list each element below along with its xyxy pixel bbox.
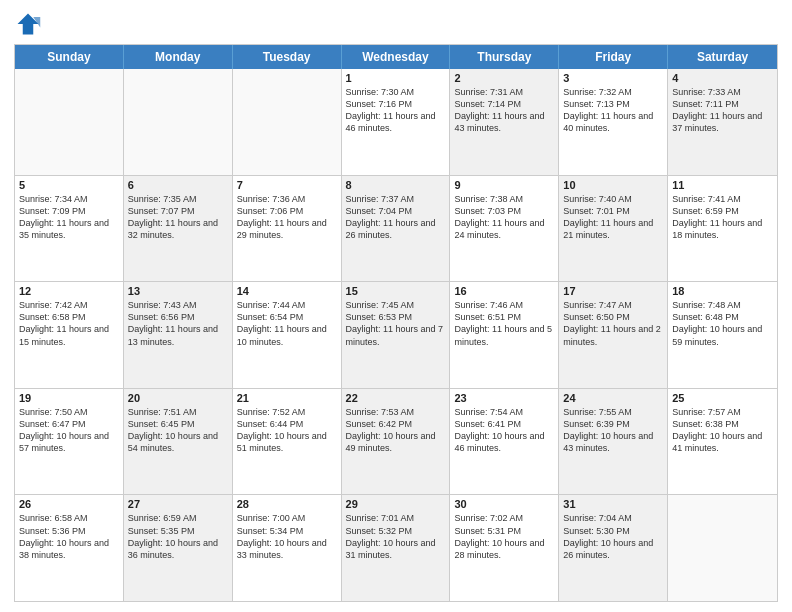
calendar-cell — [124, 69, 233, 175]
day-number: 4 — [672, 72, 773, 84]
day-info: Sunrise: 6:58 AM Sunset: 5:36 PM Dayligh… — [19, 512, 119, 561]
day-number: 12 — [19, 285, 119, 297]
day-info: Sunrise: 7:48 AM Sunset: 6:48 PM Dayligh… — [672, 299, 773, 348]
calendar-cell: 5Sunrise: 7:34 AM Sunset: 7:09 PM Daylig… — [15, 176, 124, 282]
day-number: 10 — [563, 179, 663, 191]
day-info: Sunrise: 7:53 AM Sunset: 6:42 PM Dayligh… — [346, 406, 446, 455]
calendar-cell: 24Sunrise: 7:55 AM Sunset: 6:39 PM Dayli… — [559, 389, 668, 495]
header-cell-thursday: Thursday — [450, 45, 559, 69]
day-number: 14 — [237, 285, 337, 297]
day-number: 5 — [19, 179, 119, 191]
day-number: 2 — [454, 72, 554, 84]
day-info: Sunrise: 7:57 AM Sunset: 6:38 PM Dayligh… — [672, 406, 773, 455]
day-number: 8 — [346, 179, 446, 191]
calendar-row-0: 1Sunrise: 7:30 AM Sunset: 7:16 PM Daylig… — [15, 69, 777, 175]
day-info: Sunrise: 7:40 AM Sunset: 7:01 PM Dayligh… — [563, 193, 663, 242]
day-number: 28 — [237, 498, 337, 510]
day-info: Sunrise: 7:55 AM Sunset: 6:39 PM Dayligh… — [563, 406, 663, 455]
day-info: Sunrise: 7:02 AM Sunset: 5:31 PM Dayligh… — [454, 512, 554, 561]
calendar-row-1: 5Sunrise: 7:34 AM Sunset: 7:09 PM Daylig… — [15, 175, 777, 282]
calendar-cell: 14Sunrise: 7:44 AM Sunset: 6:54 PM Dayli… — [233, 282, 342, 388]
calendar-cell: 2Sunrise: 7:31 AM Sunset: 7:14 PM Daylig… — [450, 69, 559, 175]
day-info: Sunrise: 6:59 AM Sunset: 5:35 PM Dayligh… — [128, 512, 228, 561]
logo — [14, 10, 46, 38]
day-number: 16 — [454, 285, 554, 297]
day-number: 25 — [672, 392, 773, 404]
day-number: 6 — [128, 179, 228, 191]
calendar-cell: 10Sunrise: 7:40 AM Sunset: 7:01 PM Dayli… — [559, 176, 668, 282]
day-number: 30 — [454, 498, 554, 510]
day-info: Sunrise: 7:54 AM Sunset: 6:41 PM Dayligh… — [454, 406, 554, 455]
day-number: 20 — [128, 392, 228, 404]
day-info: Sunrise: 7:50 AM Sunset: 6:47 PM Dayligh… — [19, 406, 119, 455]
calendar-cell — [668, 495, 777, 601]
calendar-cell: 13Sunrise: 7:43 AM Sunset: 6:56 PM Dayli… — [124, 282, 233, 388]
calendar-cell: 25Sunrise: 7:57 AM Sunset: 6:38 PM Dayli… — [668, 389, 777, 495]
day-info: Sunrise: 7:36 AM Sunset: 7:06 PM Dayligh… — [237, 193, 337, 242]
header-cell-sunday: Sunday — [15, 45, 124, 69]
header-cell-monday: Monday — [124, 45, 233, 69]
calendar-cell: 17Sunrise: 7:47 AM Sunset: 6:50 PM Dayli… — [559, 282, 668, 388]
calendar-cell: 27Sunrise: 6:59 AM Sunset: 5:35 PM Dayli… — [124, 495, 233, 601]
day-number: 29 — [346, 498, 446, 510]
day-info: Sunrise: 7:31 AM Sunset: 7:14 PM Dayligh… — [454, 86, 554, 135]
day-info: Sunrise: 7:00 AM Sunset: 5:34 PM Dayligh… — [237, 512, 337, 561]
day-number: 17 — [563, 285, 663, 297]
calendar-cell: 12Sunrise: 7:42 AM Sunset: 6:58 PM Dayli… — [15, 282, 124, 388]
header-cell-saturday: Saturday — [668, 45, 777, 69]
calendar-cell: 29Sunrise: 7:01 AM Sunset: 5:32 PM Dayli… — [342, 495, 451, 601]
day-info: Sunrise: 7:42 AM Sunset: 6:58 PM Dayligh… — [19, 299, 119, 348]
day-number: 27 — [128, 498, 228, 510]
day-number: 1 — [346, 72, 446, 84]
day-info: Sunrise: 7:46 AM Sunset: 6:51 PM Dayligh… — [454, 299, 554, 348]
svg-marker-0 — [18, 14, 39, 35]
calendar-cell: 3Sunrise: 7:32 AM Sunset: 7:13 PM Daylig… — [559, 69, 668, 175]
day-number: 11 — [672, 179, 773, 191]
calendar-cell: 18Sunrise: 7:48 AM Sunset: 6:48 PM Dayli… — [668, 282, 777, 388]
day-info: Sunrise: 7:43 AM Sunset: 6:56 PM Dayligh… — [128, 299, 228, 348]
calendar-cell: 8Sunrise: 7:37 AM Sunset: 7:04 PM Daylig… — [342, 176, 451, 282]
calendar-cell: 19Sunrise: 7:50 AM Sunset: 6:47 PM Dayli… — [15, 389, 124, 495]
header — [14, 10, 778, 38]
calendar-cell: 7Sunrise: 7:36 AM Sunset: 7:06 PM Daylig… — [233, 176, 342, 282]
day-info: Sunrise: 7:44 AM Sunset: 6:54 PM Dayligh… — [237, 299, 337, 348]
calendar-cell — [15, 69, 124, 175]
day-info: Sunrise: 7:51 AM Sunset: 6:45 PM Dayligh… — [128, 406, 228, 455]
day-info: Sunrise: 7:35 AM Sunset: 7:07 PM Dayligh… — [128, 193, 228, 242]
calendar-cell: 21Sunrise: 7:52 AM Sunset: 6:44 PM Dayli… — [233, 389, 342, 495]
day-info: Sunrise: 7:01 AM Sunset: 5:32 PM Dayligh… — [346, 512, 446, 561]
calendar-cell: 9Sunrise: 7:38 AM Sunset: 7:03 PM Daylig… — [450, 176, 559, 282]
day-info: Sunrise: 7:41 AM Sunset: 6:59 PM Dayligh… — [672, 193, 773, 242]
header-cell-wednesday: Wednesday — [342, 45, 451, 69]
header-cell-tuesday: Tuesday — [233, 45, 342, 69]
calendar-cell: 22Sunrise: 7:53 AM Sunset: 6:42 PM Dayli… — [342, 389, 451, 495]
day-number: 3 — [563, 72, 663, 84]
calendar-row-2: 12Sunrise: 7:42 AM Sunset: 6:58 PM Dayli… — [15, 281, 777, 388]
day-info: Sunrise: 7:34 AM Sunset: 7:09 PM Dayligh… — [19, 193, 119, 242]
calendar-cell: 4Sunrise: 7:33 AM Sunset: 7:11 PM Daylig… — [668, 69, 777, 175]
calendar-cell: 11Sunrise: 7:41 AM Sunset: 6:59 PM Dayli… — [668, 176, 777, 282]
day-info: Sunrise: 7:37 AM Sunset: 7:04 PM Dayligh… — [346, 193, 446, 242]
logo-icon — [14, 10, 42, 38]
calendar-cell: 15Sunrise: 7:45 AM Sunset: 6:53 PM Dayli… — [342, 282, 451, 388]
calendar-row-4: 26Sunrise: 6:58 AM Sunset: 5:36 PM Dayli… — [15, 494, 777, 601]
day-number: 24 — [563, 392, 663, 404]
calendar-cell: 28Sunrise: 7:00 AM Sunset: 5:34 PM Dayli… — [233, 495, 342, 601]
day-number: 7 — [237, 179, 337, 191]
day-number: 15 — [346, 285, 446, 297]
day-number: 19 — [19, 392, 119, 404]
day-info: Sunrise: 7:47 AM Sunset: 6:50 PM Dayligh… — [563, 299, 663, 348]
day-info: Sunrise: 7:45 AM Sunset: 6:53 PM Dayligh… — [346, 299, 446, 348]
calendar-cell: 16Sunrise: 7:46 AM Sunset: 6:51 PM Dayli… — [450, 282, 559, 388]
calendar-cell: 6Sunrise: 7:35 AM Sunset: 7:07 PM Daylig… — [124, 176, 233, 282]
day-info: Sunrise: 7:04 AM Sunset: 5:30 PM Dayligh… — [563, 512, 663, 561]
calendar-body: 1Sunrise: 7:30 AM Sunset: 7:16 PM Daylig… — [15, 69, 777, 601]
day-info: Sunrise: 7:32 AM Sunset: 7:13 PM Dayligh… — [563, 86, 663, 135]
calendar-header: SundayMondayTuesdayWednesdayThursdayFrid… — [15, 45, 777, 69]
calendar-cell: 26Sunrise: 6:58 AM Sunset: 5:36 PM Dayli… — [15, 495, 124, 601]
day-number: 23 — [454, 392, 554, 404]
day-number: 26 — [19, 498, 119, 510]
calendar-cell: 31Sunrise: 7:04 AM Sunset: 5:30 PM Dayli… — [559, 495, 668, 601]
calendar-cell: 30Sunrise: 7:02 AM Sunset: 5:31 PM Dayli… — [450, 495, 559, 601]
day-info: Sunrise: 7:52 AM Sunset: 6:44 PM Dayligh… — [237, 406, 337, 455]
